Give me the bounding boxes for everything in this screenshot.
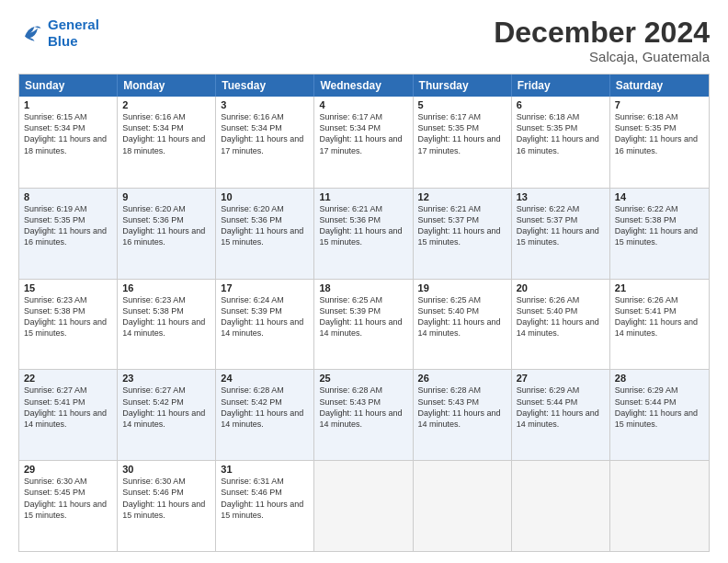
day-number: 3	[221, 99, 309, 110]
day-number: 19	[418, 282, 506, 293]
calendar-cell: 29 Sunrise: 6:30 AMSunset: 5:45 PMDaylig…	[19, 461, 118, 551]
day-number: 29	[24, 464, 112, 475]
calendar-cell: 13 Sunrise: 6:22 AMSunset: 5:37 PMDaylig…	[512, 189, 610, 279]
calendar-cell: 30 Sunrise: 6:30 AMSunset: 5:46 PMDaylig…	[118, 461, 216, 551]
cell-details: Sunrise: 6:31 AMSunset: 5:46 PMDaylight:…	[221, 477, 303, 519]
calendar-cell: 21 Sunrise: 6:26 AMSunset: 5:41 PMDaylig…	[610, 280, 709, 370]
day-number: 10	[221, 191, 309, 202]
cell-details: Sunrise: 6:28 AMSunset: 5:42 PMDaylight:…	[221, 385, 303, 428]
cell-details: Sunrise: 6:24 AMSunset: 5:39 PMDaylight:…	[221, 295, 303, 338]
calendar-header: Sunday Monday Tuesday Wednesday Thursday…	[19, 75, 709, 97]
cell-details: Sunrise: 6:16 AMSunset: 5:34 PMDaylight:…	[221, 112, 303, 155]
cell-details: Sunrise: 6:19 AMSunset: 5:35 PMDaylight:…	[24, 204, 107, 247]
cell-details: Sunrise: 6:15 AMSunset: 5:34 PMDaylight:…	[24, 112, 107, 155]
cell-details: Sunrise: 6:23 AMSunset: 5:38 PMDaylight:…	[24, 295, 107, 338]
cell-details: Sunrise: 6:28 AMSunset: 5:43 PMDaylight:…	[418, 385, 501, 428]
header-thursday: Thursday	[414, 75, 512, 97]
calendar-cell: 23 Sunrise: 6:27 AMSunset: 5:42 PMDaylig…	[118, 370, 216, 460]
cell-details: Sunrise: 6:22 AMSunset: 5:37 PMDaylight:…	[517, 204, 599, 247]
calendar-cell	[610, 461, 709, 551]
cell-details: Sunrise: 6:18 AMSunset: 5:35 PMDaylight:…	[615, 112, 698, 155]
calendar-row-2: 8 Sunrise: 6:19 AMSunset: 5:35 PMDayligh…	[19, 188, 709, 279]
logo: General Blue	[18, 17, 99, 50]
calendar-row-5: 29 Sunrise: 6:30 AMSunset: 5:45 PMDaylig…	[19, 460, 709, 551]
day-number: 9	[122, 191, 210, 202]
calendar-cell: 26 Sunrise: 6:28 AMSunset: 5:43 PMDaylig…	[414, 370, 512, 460]
cell-details: Sunrise: 6:20 AMSunset: 5:36 PMDaylight:…	[122, 204, 205, 247]
cell-details: Sunrise: 6:16 AMSunset: 5:34 PMDaylight:…	[122, 112, 205, 155]
calendar-cell: 16 Sunrise: 6:23 AMSunset: 5:38 PMDaylig…	[118, 280, 216, 370]
calendar-cell: 8 Sunrise: 6:19 AMSunset: 5:35 PMDayligh…	[19, 189, 118, 279]
calendar-cell: 1 Sunrise: 6:15 AMSunset: 5:34 PMDayligh…	[19, 97, 118, 188]
calendar-cell: 11 Sunrise: 6:21 AMSunset: 5:36 PMDaylig…	[314, 189, 413, 279]
calendar-cell: 28 Sunrise: 6:29 AMSunset: 5:44 PMDaylig…	[610, 370, 709, 460]
calendar-row-4: 22 Sunrise: 6:27 AMSunset: 5:41 PMDaylig…	[19, 369, 709, 460]
day-number: 30	[122, 464, 210, 475]
day-number: 14	[615, 191, 704, 202]
calendar-cell: 7 Sunrise: 6:18 AMSunset: 5:35 PMDayligh…	[610, 97, 709, 188]
calendar-cell: 3 Sunrise: 6:16 AMSunset: 5:34 PMDayligh…	[216, 97, 314, 188]
calendar-cell: 15 Sunrise: 6:23 AMSunset: 5:38 PMDaylig…	[19, 280, 118, 370]
day-number: 7	[615, 99, 704, 110]
day-number: 16	[122, 282, 210, 293]
logo-line2: Blue	[48, 33, 78, 49]
cell-details: Sunrise: 6:29 AMSunset: 5:44 PMDaylight:…	[615, 385, 698, 428]
day-number: 17	[221, 282, 309, 293]
cell-details: Sunrise: 6:28 AMSunset: 5:43 PMDaylight:…	[319, 385, 402, 428]
calendar-cell	[512, 461, 610, 551]
calendar-cell: 5 Sunrise: 6:17 AMSunset: 5:35 PMDayligh…	[414, 97, 512, 188]
cell-details: Sunrise: 6:20 AMSunset: 5:36 PMDaylight:…	[221, 204, 303, 247]
header-tuesday: Tuesday	[216, 75, 314, 97]
day-number: 28	[615, 373, 704, 384]
calendar-cell: 10 Sunrise: 6:20 AMSunset: 5:36 PMDaylig…	[216, 189, 314, 279]
header-saturday: Saturday	[610, 75, 709, 97]
day-number: 11	[319, 191, 407, 202]
calendar-cell: 24 Sunrise: 6:28 AMSunset: 5:42 PMDaylig…	[216, 370, 314, 460]
calendar-cell: 9 Sunrise: 6:20 AMSunset: 5:36 PMDayligh…	[118, 189, 216, 279]
calendar-cell: 6 Sunrise: 6:18 AMSunset: 5:35 PMDayligh…	[512, 97, 610, 188]
calendar-cell: 27 Sunrise: 6:29 AMSunset: 5:44 PMDaylig…	[512, 370, 610, 460]
cell-details: Sunrise: 6:21 AMSunset: 5:37 PMDaylight:…	[418, 204, 501, 247]
logo-text: General Blue	[48, 17, 99, 50]
cell-details: Sunrise: 6:30 AMSunset: 5:45 PMDaylight:…	[24, 477, 107, 519]
cell-details: Sunrise: 6:26 AMSunset: 5:40 PMDaylight:…	[517, 295, 599, 338]
cell-details: Sunrise: 6:30 AMSunset: 5:46 PMDaylight:…	[122, 477, 205, 519]
day-number: 27	[517, 373, 605, 384]
calendar-cell: 31 Sunrise: 6:31 AMSunset: 5:46 PMDaylig…	[216, 461, 314, 551]
calendar-cell: 12 Sunrise: 6:21 AMSunset: 5:37 PMDaylig…	[414, 189, 512, 279]
day-number: 24	[221, 373, 309, 384]
day-number: 20	[517, 282, 605, 293]
calendar: Sunday Monday Tuesday Wednesday Thursday…	[18, 74, 710, 552]
day-number: 21	[615, 282, 704, 293]
cell-details: Sunrise: 6:22 AMSunset: 5:38 PMDaylight:…	[615, 204, 698, 247]
calendar-cell: 14 Sunrise: 6:22 AMSunset: 5:38 PMDaylig…	[610, 189, 709, 279]
day-number: 1	[24, 99, 112, 110]
cell-details: Sunrise: 6:25 AMSunset: 5:39 PMDaylight:…	[319, 295, 402, 338]
calendar-cell: 2 Sunrise: 6:16 AMSunset: 5:34 PMDayligh…	[118, 97, 216, 188]
cell-details: Sunrise: 6:29 AMSunset: 5:44 PMDaylight:…	[517, 385, 599, 428]
cell-details: Sunrise: 6:17 AMSunset: 5:34 PMDaylight:…	[319, 112, 402, 155]
day-number: 23	[122, 373, 210, 384]
cell-details: Sunrise: 6:26 AMSunset: 5:41 PMDaylight:…	[615, 295, 698, 338]
calendar-cell: 25 Sunrise: 6:28 AMSunset: 5:43 PMDaylig…	[314, 370, 413, 460]
cell-details: Sunrise: 6:27 AMSunset: 5:42 PMDaylight:…	[122, 385, 205, 428]
day-number: 25	[319, 373, 407, 384]
day-number: 8	[24, 191, 112, 202]
day-number: 2	[122, 99, 210, 110]
calendar-cell	[314, 461, 413, 551]
header-friday: Friday	[512, 75, 610, 97]
calendar-cell: 19 Sunrise: 6:25 AMSunset: 5:40 PMDaylig…	[414, 280, 512, 370]
calendar-cell: 22 Sunrise: 6:27 AMSunset: 5:41 PMDaylig…	[19, 370, 118, 460]
logo-line1: General	[48, 17, 99, 32]
calendar-row-1: 1 Sunrise: 6:15 AMSunset: 5:34 PMDayligh…	[19, 97, 709, 188]
calendar-body: 1 Sunrise: 6:15 AMSunset: 5:34 PMDayligh…	[19, 97, 709, 551]
cell-details: Sunrise: 6:27 AMSunset: 5:41 PMDaylight:…	[24, 385, 107, 428]
cell-details: Sunrise: 6:25 AMSunset: 5:40 PMDaylight:…	[418, 295, 501, 338]
day-number: 18	[319, 282, 407, 293]
page: General Blue December 2024 Salcaja, Guat…	[0, 0, 728, 563]
cell-details: Sunrise: 6:17 AMSunset: 5:35 PMDaylight:…	[418, 112, 501, 155]
location: Salcaja, Guatemala	[494, 49, 710, 64]
cell-details: Sunrise: 6:23 AMSunset: 5:38 PMDaylight:…	[122, 295, 205, 338]
cell-details: Sunrise: 6:21 AMSunset: 5:36 PMDaylight:…	[319, 204, 402, 247]
calendar-row-3: 15 Sunrise: 6:23 AMSunset: 5:38 PMDaylig…	[19, 279, 709, 370]
